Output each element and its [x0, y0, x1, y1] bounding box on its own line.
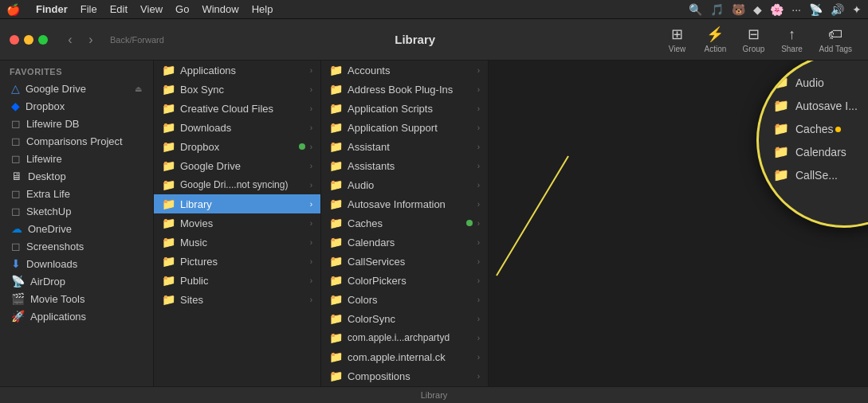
col1-library[interactable]: 📁 Library ›: [154, 194, 320, 213]
menubar-file[interactable]: File: [81, 3, 97, 15]
sidebar-item-downloads[interactable]: ⬇ Downloads: [3, 255, 150, 272]
menubar-edit[interactable]: Edit: [110, 3, 128, 15]
view-label: View: [669, 45, 686, 53]
maximize-button[interactable]: [38, 35, 48, 45]
col1-music[interactable]: 📁 Music ›: [154, 233, 320, 252]
col2-app-scripts[interactable]: 📁 Application Scripts ›: [321, 99, 488, 118]
col2-colorsync[interactable]: 📁 ColorSync ›: [321, 309, 488, 328]
sidebar-desktop-label: Desktop: [28, 170, 66, 182]
col1-movies[interactable]: 📁 Movies ›: [154, 213, 320, 233]
column-2: 📁 Accounts › 📁 Address Book Plug-Ins › 📁…: [321, 61, 489, 386]
airdrop-icon: 📡: [11, 275, 25, 288]
sidebar-item-applications[interactable]: 🚀 Applications: [3, 307, 150, 325]
col2-compositions[interactable]: 📁 Compositions ›: [321, 366, 488, 385]
col1-downloads[interactable]: 📁 Downloads ›: [154, 118, 320, 137]
photos-icon[interactable]: 🌸: [770, 3, 784, 16]
folder-icon: 📁: [162, 121, 175, 134]
dropbox-icon[interactable]: ◆: [753, 3, 762, 16]
folder-icon: 📁: [329, 121, 343, 134]
col1-box-sync[interactable]: 📁 Box Sync ›: [154, 80, 320, 99]
action-button[interactable]: ⚡ Action: [697, 22, 732, 57]
col2-caches[interactable]: 📁 Caches ›: [321, 213, 488, 233]
group-label: Group: [743, 45, 765, 53]
eject-icon: ⏏: [135, 84, 142, 93]
forward-button[interactable]: ›: [81, 30, 100, 49]
bear-icon[interactable]: 🐻: [732, 3, 745, 16]
folder-icon: 📁: [329, 370, 343, 382]
col2-colorpickers[interactable]: 📁 ColorPickers ›: [321, 271, 488, 290]
folder-icon: 📁: [162, 140, 175, 153]
bluetooth-icon[interactable]: ✦: [852, 3, 862, 16]
toolbar-actions: ⊞ View ⚡ Action ⊟ Group ↑ Share 🏷 Add Ta…: [659, 22, 858, 57]
sidebar-item-lifewire-db[interactable]: ◻ Lifewire DB: [3, 115, 150, 132]
sidebar-item-screenshots[interactable]: ◻ Screenshots: [3, 237, 150, 255]
action-label: Action: [705, 45, 727, 53]
col2-accounts[interactable]: 📁 Accounts ›: [321, 61, 488, 80]
view-icon: ⊞: [671, 25, 683, 43]
sidebar-item-desktop[interactable]: 🖥 Desktop: [3, 167, 150, 185]
music-icon[interactable]: 🎵: [710, 3, 724, 16]
sidebar-item-google-drive[interactable]: △ Google Drive ⏏: [3, 80, 150, 97]
apple-menu-icon[interactable]: 🍎: [6, 3, 20, 16]
search-menu-icon[interactable]: 🔍: [689, 3, 702, 16]
more-icon[interactable]: ···: [791, 3, 801, 16]
minimize-button[interactable]: [24, 35, 33, 45]
view-toggle-button[interactable]: ⊞ View: [659, 22, 694, 57]
col2-colors[interactable]: 📁 Colors ›: [321, 290, 488, 309]
toolbar-title: Library: [177, 33, 654, 46]
sidebar-item-onedrive[interactable]: ☁ OneDrive: [3, 220, 150, 237]
share-button[interactable]: ↑ Share: [774, 23, 809, 57]
col1-pictures[interactable]: 📁 Pictures ›: [154, 252, 320, 271]
col1-google-drive[interactable]: 📁 Google Drive ›: [154, 156, 320, 175]
screenshots-icon: ◻: [11, 240, 21, 252]
col1-sites[interactable]: 📁 Sites ›: [154, 290, 320, 309]
applications-sidebar-icon: 🚀: [11, 310, 25, 323]
col2-autosave[interactable]: 📁 Autosave Information ›: [321, 194, 488, 213]
sidebar-favorites-header: Favorites: [0, 61, 153, 80]
broadcast-icon[interactable]: 📡: [809, 3, 823, 16]
col2-address-book[interactable]: 📁 Address Book Plug-Ins ›: [321, 80, 488, 99]
col2-audio[interactable]: 📁 Audio ›: [321, 175, 488, 194]
folder-zoom-icon: 📁: [773, 121, 789, 136]
sidebar-sketchup-label: SketchUp: [26, 205, 71, 217]
sidebar-item-movie-tools[interactable]: 🎬 Movie Tools: [3, 290, 150, 307]
col1-public[interactable]: 📁 Public ›: [154, 271, 320, 290]
desktop-icon: 🖥: [11, 170, 22, 182]
col1-dropbox[interactable]: 📁 Dropbox ›: [154, 137, 320, 156]
sidebar-item-sketchup[interactable]: ◻ SketchUp: [3, 202, 150, 220]
col2-com-apple-internal-ck[interactable]: 📁 com.apple.internal.ck ›: [321, 347, 488, 366]
col2-com-apple-archpartyd[interactable]: 📁 com.apple.i...archpartyd ›: [321, 328, 488, 347]
folder-icon: 📁: [329, 159, 343, 172]
folder-icon: 📁: [162, 236, 175, 248]
sidebar-item-extra-life[interactable]: ◻ Extra Life: [3, 185, 150, 202]
sidebar-onedrive-label: OneDrive: [28, 223, 72, 235]
back-button[interactable]: ‹: [61, 30, 80, 49]
sidebar-item-comparisons-project[interactable]: ◻ Comparisons Project: [3, 132, 150, 150]
col1-creative-cloud[interactable]: 📁 Creative Cloud Files ›: [154, 99, 320, 118]
folder-icon: 📁: [162, 255, 175, 268]
sidebar-item-dropbox[interactable]: ◆ Dropbox: [3, 97, 150, 115]
menubar-go[interactable]: Go: [175, 3, 189, 15]
menubar: 🍎 Finder File Edit View Go Window Help 🔍…: [0, 0, 868, 19]
sidebar-item-lifewire[interactable]: ◻ Lifewire: [3, 150, 150, 167]
col1-google-drive-not-syncing[interactable]: 📁 Google Dri....not syncing) ›: [154, 175, 320, 194]
folder-icon: 📁: [329, 178, 343, 191]
sidebar-item-airdrop[interactable]: 📡 AirDrop: [3, 272, 150, 290]
menubar-window[interactable]: Window: [202, 3, 238, 15]
col2-assistants[interactable]: 📁 Assistants ›: [321, 156, 488, 175]
folder-icon: 📁: [162, 83, 175, 96]
col2-assistant[interactable]: 📁 Assistant ›: [321, 137, 488, 156]
group-button[interactable]: ⊟ Group: [736, 22, 771, 57]
column-1: 📁 Applications › 📁 Box Sync › 📁 Creative…: [154, 61, 321, 386]
col2-app-support[interactable]: 📁 Application Support ›: [321, 118, 488, 137]
zoom-circle: 📁 Audio 📁 Autosave I... 📁 Caches 📁: [756, 61, 868, 228]
col2-calendars[interactable]: 📁 Calendars ›: [321, 233, 488, 252]
add-tags-button[interactable]: 🏷 Add Tags: [812, 23, 858, 57]
volume-icon[interactable]: 🔊: [831, 3, 844, 16]
menubar-view[interactable]: View: [140, 3, 163, 15]
menubar-finder[interactable]: Finder: [36, 3, 68, 15]
menubar-help[interactable]: Help: [252, 3, 273, 15]
col2-callservices[interactable]: 📁 CallServices ›: [321, 252, 488, 271]
close-button[interactable]: [10, 35, 19, 45]
col1-applications[interactable]: 📁 Applications ›: [154, 61, 320, 80]
